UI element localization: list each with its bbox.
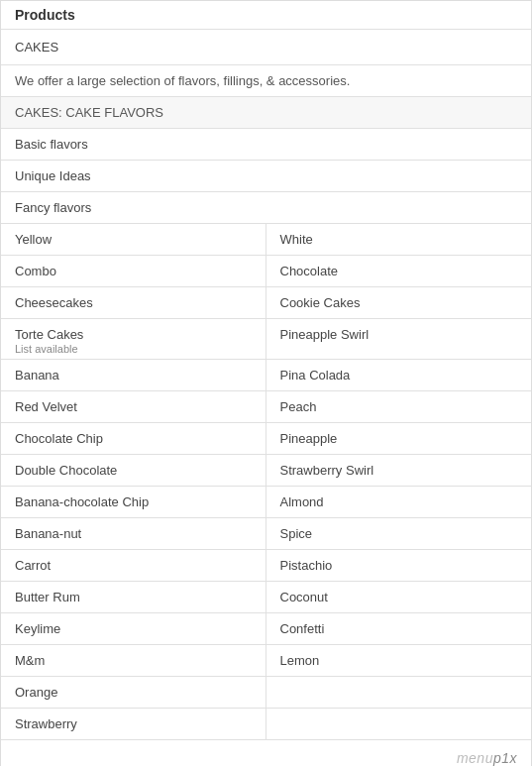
flavor-mnm: M&m [1, 645, 266, 676]
flavor-row-yellow-white: Yellow White [1, 224, 531, 256]
flavor-row-combo-chocolate: Combo Chocolate [1, 256, 531, 287]
flavor-strawberry: Strawberry [1, 709, 266, 739]
flavor-confetti: Confetti [266, 613, 532, 644]
flavor-cookie-cakes: Cookie Cakes [266, 287, 532, 318]
flavor-coconut: Coconut [266, 582, 532, 612]
flavor-orange: Orange [1, 677, 266, 708]
fancy-flavors-label: Fancy flavors [1, 192, 531, 224]
menupix-pix-text: p1x [493, 750, 517, 766]
cake-flavors-header-text: CAKES: CAKE FLAVORS [15, 105, 163, 120]
flavor-torte-cakes: Torte Cakes List available [1, 319, 266, 359]
flavor-chocolate: Chocolate [266, 256, 532, 286]
flavor-row-chocchip-pineapple: Chocolate Chip Pineapple [1, 423, 531, 455]
cakes-title: CAKES [15, 40, 58, 55]
torte-sub-text: List available [15, 343, 252, 355]
flavor-banana-chocolate-chip: Banana-chocolate Chip [1, 487, 266, 517]
products-title: Products [15, 7, 75, 23]
flavor-red-velvet: Red Velvet [1, 391, 266, 422]
cake-flavors-header: CAKES: CAKE FLAVORS [1, 97, 531, 129]
flavor-butter-rum: Butter Rum [1, 582, 266, 612]
menupix-watermark: menup1x [1, 740, 531, 766]
flavor-row-doublechoc-strawberryswirl: Double Chocolate Strawberry Swirl [1, 455, 531, 487]
flavor-combo: Combo [1, 256, 266, 286]
flavor-row-torte-pineapple: Torte Cakes List available Pineapple Swi… [1, 319, 531, 360]
flavor-row-orange: Orange [1, 677, 531, 709]
flavor-pina-colada: Pina Colada [266, 360, 532, 390]
flavor-row-redvelvet-peach: Red Velvet Peach [1, 391, 531, 423]
flavor-keylime: Keylime [1, 613, 266, 644]
menupix-menu-text: menu [457, 750, 493, 766]
flavor-lemon: Lemon [266, 645, 532, 676]
flavor-yellow: Yellow [1, 224, 266, 255]
flavor-orange-right-empty [266, 677, 532, 708]
cakes-title-row: CAKES [1, 30, 531, 65]
flavor-row-keylime-confetti: Keylime Confetti [1, 613, 531, 645]
flavor-row-bananachocchip-almond: Banana-chocolate Chip Almond [1, 487, 531, 518]
flavor-peach: Peach [266, 391, 532, 422]
cakes-description-text: We offer a large selection of flavors, f… [15, 73, 350, 88]
flavor-strawberry-swirl: Strawberry Swirl [266, 455, 532, 486]
flavor-row-cheesecakes-cookiecakes: Cheesecakes Cookie Cakes [1, 287, 531, 319]
flavor-strawberry-right-empty [266, 709, 532, 739]
flavor-spice: Spice [266, 518, 532, 549]
flavor-row-carrot-pistachio: Carrot Pistachio [1, 550, 531, 582]
flavor-row-banana-pinacolada: Banana Pina Colada [1, 360, 531, 391]
flavor-row-banananut-spice: Banana-nut Spice [1, 518, 531, 550]
page-container: Products CAKES We offer a large selectio… [0, 0, 532, 766]
unique-ideas-label: Unique Ideas [1, 161, 531, 192]
flavor-banana: Banana [1, 360, 266, 390]
flavor-white: White [266, 224, 532, 255]
flavor-row-butterrum-coconut: Butter Rum Coconut [1, 582, 531, 613]
flavor-pineapple: Pineapple [266, 423, 532, 454]
flavor-carrot: Carrot [1, 550, 266, 581]
basic-flavors-label: Basic flavors [1, 129, 531, 161]
flavor-pistachio: Pistachio [266, 550, 532, 581]
flavor-banana-nut: Banana-nut [1, 518, 266, 549]
flavor-row-strawberry: Strawberry [1, 709, 531, 740]
cakes-description: We offer a large selection of flavors, f… [1, 65, 531, 97]
flavor-double-chocolate: Double Chocolate [1, 455, 266, 486]
flavor-pineapple-swirl: Pineapple Swirl [266, 319, 532, 359]
flavor-almond: Almond [266, 487, 532, 517]
flavor-cheesecakes: Cheesecakes [1, 287, 266, 318]
flavor-chocolate-chip: Chocolate Chip [1, 423, 266, 454]
flavor-orange-cell: Orange [1, 677, 266, 708]
flavor-strawberry-cell: Strawberry [1, 709, 266, 739]
flavor-row-mnm-lemon: M&m Lemon [1, 645, 531, 677]
products-header: Products [1, 1, 531, 30]
